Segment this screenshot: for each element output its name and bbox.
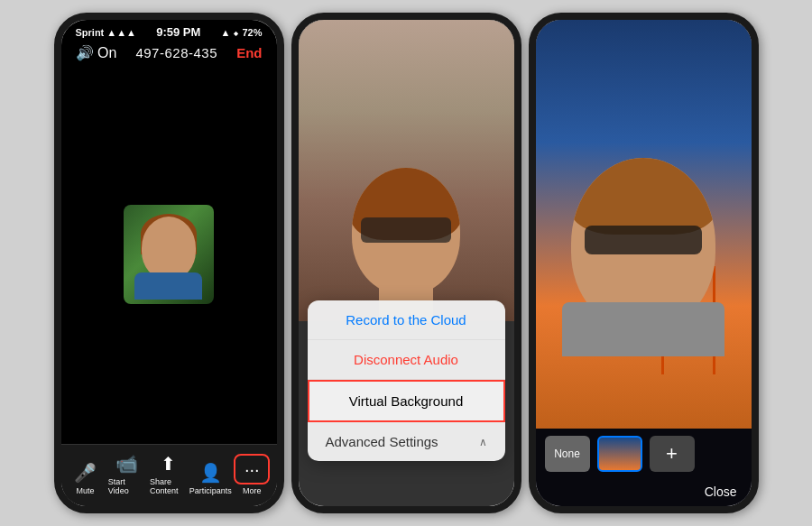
virtual-bg-scene [536, 20, 752, 429]
more-icon: ··· [237, 457, 266, 481]
time: 9:59 PM [156, 25, 200, 39]
background-picker: None + [536, 429, 752, 479]
chevron-down-icon: ∧ [479, 436, 487, 448]
bg-bridge-option[interactable] [597, 436, 642, 472]
share-icon: ⬆ [154, 452, 183, 475]
direction-icon: ▲ [221, 27, 231, 38]
close-bar: Close [536, 479, 752, 506]
face-overlay-glasses [585, 226, 702, 254]
status-right: ▲ ⬥ 72% [221, 27, 263, 38]
face-head [352, 168, 460, 294]
battery-status: 72% [242, 27, 262, 38]
more-button-highlight: ··· [234, 454, 270, 484]
avatar-body [134, 272, 202, 300]
carrier-signal: Sprint ▲▲▲ [76, 27, 137, 38]
face-overlay-hair [571, 158, 715, 235]
participant-thumbnail [124, 205, 214, 304]
participants-icon: 👤 [196, 461, 225, 484]
bg-none-option[interactable]: None [545, 436, 590, 472]
share-button[interactable]: ⬆ Share Content [150, 452, 188, 495]
face-glasses [361, 217, 451, 243]
virtual-background-button[interactable]: Virtual Background [308, 380, 505, 422]
call-bar: 🔊 On 497-628-435 End [61, 41, 277, 65]
advanced-settings-button[interactable]: Advanced Settings ∧ [308, 422, 505, 461]
more-button[interactable]: ··· More [233, 454, 271, 495]
camera-icon: 📹 [113, 452, 142, 475]
mute-button[interactable]: 🎤 Mute [67, 461, 105, 495]
status-bar-1: Sprint ▲▲▲ 9:59 PM ▲ ⬥ 72% [61, 20, 277, 41]
phone2-screen: Record to the Cloud Disconnect Audio Vir… [299, 20, 514, 506]
call-toolbar: 🎤 Mute 📹 Start Video ⬆ Share Content 👤 P… [61, 444, 277, 506]
large-face [325, 141, 487, 321]
bluetooth-icon: ⬥ [233, 27, 239, 38]
video-area [61, 65, 277, 444]
speaker-icon: 🔊 On [76, 44, 117, 61]
participants-button[interactable]: 👤 Participants [191, 461, 229, 495]
phone-3: None + Close [529, 13, 759, 513]
face-overlay-body [562, 302, 724, 356]
close-button[interactable]: Close [705, 484, 737, 499]
phone1-screen: Sprint ▲▲▲ 9:59 PM ▲ ⬥ 72% 🔊 On 497-628-… [61, 20, 277, 506]
video-background [299, 20, 514, 321]
phone-2: Record to the Cloud Disconnect Audio Vir… [291, 13, 521, 513]
signal-icon: ▲▲▲ [106, 27, 136, 38]
call-number: 497-628-435 [135, 45, 217, 60]
record-cloud-button[interactable]: Record to the Cloud [308, 300, 505, 340]
disconnect-audio-button[interactable]: Disconnect Audio [308, 340, 505, 380]
phone3-screen: None + Close [536, 20, 752, 506]
avatar-face-skin [142, 217, 196, 280]
bg-add-option[interactable]: + [650, 436, 695, 472]
action-menu: Record to the Cloud Disconnect Audio Vir… [308, 300, 505, 461]
phone-1: Sprint ▲▲▲ 9:59 PM ▲ ⬥ 72% 🔊 On 497-628-… [54, 13, 284, 513]
video-button[interactable]: 📹 Start Video [108, 452, 146, 495]
person-overlay [553, 122, 734, 356]
microphone-icon: 🎤 [71, 461, 100, 484]
end-call-button[interactable]: End [236, 45, 262, 60]
avatar-face [133, 209, 205, 300]
